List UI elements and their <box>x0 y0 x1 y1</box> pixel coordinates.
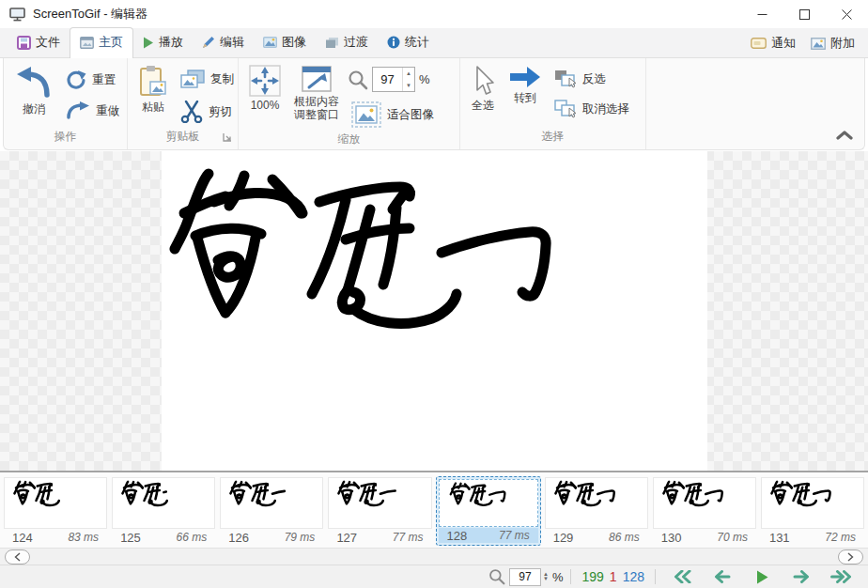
frame-thumbnail <box>545 477 648 529</box>
window-title: ScreenToGif - 编辑器 <box>33 6 741 23</box>
handwriting-drawing <box>162 151 707 471</box>
play-tab-icon <box>143 37 154 49</box>
cut-icon <box>180 101 203 123</box>
maximize-button[interactable] <box>783 0 826 28</box>
frame-item-128[interactable]: 128 77 ms <box>436 476 541 546</box>
frame-filmstrip: 124 83 ms 125 66 ms 126 79 ms <box>0 474 868 548</box>
zoom-spinbox[interactable]: 97 ▲▼ <box>372 67 415 92</box>
last-frame-button[interactable] <box>829 569 852 584</box>
frame-item-131[interactable]: 131 72 ms <box>760 476 865 546</box>
statusbar-zoom-spinbox[interactable]: 97 <box>509 568 541 586</box>
group-clipboard: 粘贴 复制 剪切 剪贴板 <box>128 58 239 149</box>
copy-button[interactable]: 复制 <box>177 68 238 91</box>
deselect-icon <box>554 100 577 118</box>
tab-statistics[interactable]: 统计 <box>378 28 439 57</box>
scroll-right-button[interactable] <box>838 549 863 565</box>
app-monitor-icon <box>9 8 25 22</box>
chevron-up-icon <box>836 131 853 140</box>
select-all-cursor-icon <box>471 65 495 97</box>
redo-icon <box>66 101 90 120</box>
scroll-left-button[interactable] <box>5 549 30 565</box>
image-tab-icon <box>263 37 277 48</box>
frame-item-124[interactable]: 124 83 ms <box>3 476 108 546</box>
chevron-left-icon <box>14 552 21 562</box>
next-frame-button[interactable] <box>790 569 813 584</box>
save-icon <box>17 36 31 50</box>
current-frame-index: 128 <box>623 569 644 584</box>
frame-thumbnail <box>761 477 864 529</box>
last-frame-icon <box>830 570 851 583</box>
tab-home[interactable]: 主页 <box>70 27 133 58</box>
reset-icon <box>66 70 86 90</box>
first-frame-icon <box>674 570 692 583</box>
fit-window-to-content-button[interactable]: 根据内容调整窗口 <box>289 62 344 125</box>
frame-item-126[interactable]: 126 79 ms <box>219 476 324 546</box>
frame-canvas <box>162 151 707 471</box>
fit-image-button[interactable]: 适合图像 <box>348 100 438 130</box>
first-frame-button[interactable] <box>672 569 694 584</box>
undo-button[interactable]: 撤消 <box>9 62 58 119</box>
frame-item-129[interactable]: 129 86 ms <box>544 476 649 546</box>
ribbon-tab-bar: 文件 主页 播放 编辑 图像 过渡 统计 通知 <box>0 28 868 58</box>
close-icon <box>842 9 852 20</box>
copy-icon <box>180 70 205 89</box>
pencil-icon <box>202 36 215 49</box>
tab-image[interactable]: 图像 <box>254 28 316 57</box>
tab-playback[interactable]: 播放 <box>133 28 193 57</box>
ribbon-home: 撤消 重置 重做 操作 粘 <box>3 58 865 150</box>
selected-frame-count: 1 <box>610 569 617 584</box>
frame-number: 124 <box>12 531 33 545</box>
zoom-100-icon <box>249 65 281 97</box>
minimize-button[interactable] <box>741 0 783 28</box>
frame-thumbnail <box>112 477 215 529</box>
frame-duration: 79 ms <box>285 531 316 545</box>
maximize-icon <box>799 9 810 20</box>
notifications-button[interactable]: 通知 <box>743 29 803 57</box>
collapse-ribbon-button[interactable] <box>836 127 853 144</box>
frame-number: 126 <box>228 531 249 545</box>
next-frame-icon <box>793 570 810 583</box>
cut-button[interactable]: 剪切 <box>177 99 238 125</box>
invert-selection-icon <box>554 70 577 88</box>
paste-button[interactable]: 粘贴 <box>133 62 173 117</box>
statusbar-zoom-down-arrow[interactable]: ▼ <box>543 577 549 581</box>
total-frame-count: 199 <box>581 569 603 584</box>
editor-area <box>0 151 868 472</box>
frame-item-127[interactable]: 127 77 ms <box>327 476 432 546</box>
frame-number: 125 <box>120 531 141 545</box>
filmstrip-scrollbar[interactable] <box>0 548 868 565</box>
go-to-button[interactable]: 转到 <box>504 62 547 108</box>
info-icon <box>387 36 400 49</box>
tab-transitions[interactable]: 过渡 <box>316 28 378 57</box>
zoom-down-arrow[interactable]: ▼ <box>403 80 414 92</box>
frame-thumbnail <box>439 479 538 527</box>
chevron-right-icon <box>847 552 854 562</box>
previous-frame-button[interactable] <box>711 569 734 584</box>
group-zoom: 100% 根据内容调整窗口 97 ▲▼ % <box>239 58 460 149</box>
select-all-button[interactable]: 全选 <box>466 62 500 116</box>
play-icon <box>756 570 768 584</box>
title-bar: ScreenToGif - 编辑器 <box>0 0 868 28</box>
play-button[interactable] <box>751 569 773 584</box>
close-button[interactable] <box>826 0 868 28</box>
extras-button[interactable]: 附加 <box>803 29 862 57</box>
invert-selection-button[interactable]: 反选 <box>550 68 633 90</box>
tab-file[interactable]: 文件 <box>8 28 70 57</box>
zoom-100-button[interactable]: 100% <box>244 62 286 116</box>
frame-thumbnail <box>653 477 756 529</box>
clipboard-dialog-launcher-icon[interactable] <box>223 132 232 145</box>
home-icon <box>80 37 94 49</box>
redo-button[interactable]: 重做 <box>62 100 123 122</box>
frame-duration: 70 ms <box>717 531 748 545</box>
fit-window-icon <box>301 65 333 93</box>
frame-item-125[interactable]: 125 66 ms <box>111 476 216 546</box>
zoom-up-arrow[interactable]: ▲ <box>403 68 414 80</box>
deselect-button[interactable]: 取消选择 <box>550 98 633 120</box>
frame-item-130[interactable]: 130 70 ms <box>652 476 757 546</box>
frame-number: 131 <box>769 531 790 545</box>
go-to-arrow-icon <box>508 65 542 89</box>
reset-button[interactable]: 重置 <box>62 68 123 92</box>
tab-edit[interactable]: 编辑 <box>193 28 254 57</box>
fit-image-icon <box>351 101 381 128</box>
magnifier-icon <box>348 70 368 90</box>
